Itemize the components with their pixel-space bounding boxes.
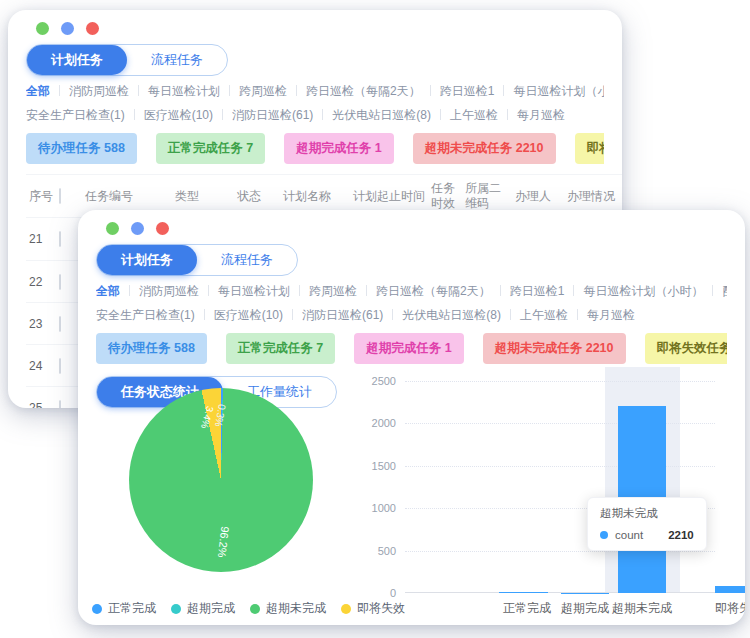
chart-tooltip: 超期未完成 count 2210 xyxy=(587,497,707,551)
series-dot-icon xyxy=(600,531,608,539)
app-canvas: 计划任务 流程任务 全部 消防周巡检 每日巡检计划 跨周巡检 跨日巡检（每隔2天… xyxy=(0,0,750,638)
col-result: 办理情况 xyxy=(564,183,622,210)
filter-item[interactable]: 医疗巡检(10) xyxy=(195,307,283,324)
tab-process-task[interactable]: 流程任务 xyxy=(197,245,297,275)
gridline xyxy=(405,466,715,467)
col-type: 类型 xyxy=(172,183,234,210)
badge-completed[interactable]: 正常完成任务 7 xyxy=(226,333,335,364)
select-all-checkbox[interactable] xyxy=(59,188,61,204)
row-seq: 25 xyxy=(26,395,56,409)
legend-item[interactable]: 即将失效 xyxy=(341,600,405,617)
filter-item[interactable]: 跨日巡检（每隔2天） xyxy=(357,283,491,300)
filter-item[interactable]: 消防日巡检(61) xyxy=(283,307,383,324)
filter-item[interactable]: 上午巡检 xyxy=(431,107,498,124)
row-checkbox[interactable] xyxy=(59,358,61,374)
badge-pending[interactable]: 待办理任务 588 xyxy=(96,333,207,364)
col-seq: 序号 xyxy=(26,183,56,210)
legend-dot-icon xyxy=(92,604,102,614)
chart-legend: 正常完成 超期完成 超期未完成 即将失效 xyxy=(92,600,405,617)
row-checkbox[interactable] xyxy=(59,274,61,290)
gridline xyxy=(405,423,715,424)
y-tick: 500 xyxy=(378,545,396,557)
legend-item[interactable]: 正常完成 xyxy=(92,600,156,617)
gridline xyxy=(405,381,715,382)
row-seq: 21 xyxy=(26,226,56,252)
maximize-dot-icon[interactable] xyxy=(61,22,74,35)
tooltip-series: count xyxy=(615,529,643,541)
col-status: 状态 xyxy=(234,183,280,210)
y-tick: 2500 xyxy=(372,375,396,387)
task-type-tabs: 计划任务 流程任务 xyxy=(26,44,228,76)
filter-item[interactable]: 每日巡检计划（小时） xyxy=(494,83,604,100)
task-type-tabs: 计划任务 流程任务 xyxy=(96,244,298,276)
y-tick: 0 xyxy=(390,587,396,599)
badge-overdue-completed[interactable]: 超期完成任务 1 xyxy=(284,133,393,164)
y-tick: 2000 xyxy=(372,417,396,429)
minimize-dot-icon[interactable] xyxy=(36,22,49,35)
filter-item[interactable]: 光伏电站日巡检(8) xyxy=(383,307,501,324)
row-checkbox[interactable] xyxy=(59,316,61,332)
filter-item[interactable]: 跨日巡检（每隔2天） xyxy=(287,83,421,100)
filter-item[interactable]: 配电箱巡 xyxy=(703,283,727,300)
filter-item[interactable]: 上午巡检 xyxy=(501,307,568,324)
filter-item[interactable]: 消防周巡检 xyxy=(50,83,129,100)
window-controls xyxy=(106,222,727,235)
row-checkbox[interactable] xyxy=(59,400,61,409)
filter-all[interactable]: 全部 xyxy=(96,283,120,300)
filter-item[interactable]: 每日巡检计划 xyxy=(129,83,220,100)
maximize-dot-icon[interactable] xyxy=(131,222,144,235)
status-badges: 待办理任务 588 正常完成任务 7 超期完成任务 1 超期未完成任务 2210… xyxy=(96,333,727,364)
status-badges: 待办理任务 588 正常完成任务 7 超期完成任务 1 超期未完成任务 2210… xyxy=(26,133,604,164)
legend-item[interactable]: 超期完成 xyxy=(171,600,235,617)
col-plan-name: 计划名称 xyxy=(280,183,350,210)
window-controls xyxy=(36,22,604,35)
filter-item[interactable]: 安全生产日检查(1) xyxy=(26,107,125,124)
legend-dot-icon xyxy=(171,604,181,614)
tooltip-value: 2210 xyxy=(668,529,694,541)
bar-expiring[interactable] xyxy=(715,586,745,593)
col-time-range: 计划起止时间 xyxy=(350,183,428,210)
badge-expiring[interactable]: 即将失效任务 79 xyxy=(645,333,728,364)
filter-item[interactable]: 光伏电站日巡检(8) xyxy=(313,107,431,124)
close-dot-icon[interactable] xyxy=(86,22,99,35)
filter-item[interactable]: 安全生产日检查(1) xyxy=(96,307,195,324)
badge-overdue-completed[interactable]: 超期完成任务 1 xyxy=(354,333,463,364)
legend-label: 正常完成 xyxy=(108,600,156,617)
filter-row-2: 安全生产日检查(1) 医疗巡检(10) 消防日巡检(61) 光伏电站日巡检(8)… xyxy=(26,107,604,124)
row-seq: 22 xyxy=(26,269,56,295)
filter-item[interactable]: 消防日巡检(61) xyxy=(213,107,313,124)
filter-item[interactable]: 跨日巡检1 xyxy=(421,83,495,100)
legend-label: 即将失效 xyxy=(357,600,405,617)
tab-plan-task[interactable]: 计划任务 xyxy=(97,245,197,275)
col-handler: 办理人 xyxy=(512,183,564,210)
close-dot-icon[interactable] xyxy=(156,222,169,235)
badge-overdue-incomplete[interactable]: 超期未完成任务 2210 xyxy=(483,333,626,364)
filter-item[interactable]: 跨周巡检 xyxy=(290,283,357,300)
minimize-dot-icon[interactable] xyxy=(106,222,119,235)
front-window: 计划任务 流程任务 全部 消防周巡检 每日巡检计划 跨周巡检 跨日巡检（每隔2天… xyxy=(78,210,745,625)
badge-expiring[interactable]: 即将失效任务 79 xyxy=(575,133,605,164)
col-select xyxy=(56,183,82,210)
tab-process-task[interactable]: 流程任务 xyxy=(127,45,227,75)
filter-item[interactable]: 跨日巡检1 xyxy=(491,283,565,300)
badge-pending[interactable]: 待办理任务 588 xyxy=(26,133,137,164)
filter-item[interactable]: 消防周巡检 xyxy=(120,283,199,300)
legend-dot-icon xyxy=(250,604,260,614)
bar-completed[interactable] xyxy=(499,592,548,593)
filter-row-1: 全部 消防周巡检 每日巡检计划 跨周巡检 跨日巡检（每隔2天） 跨日巡检1 每日… xyxy=(26,83,604,100)
badge-completed[interactable]: 正常完成任务 7 xyxy=(156,133,265,164)
y-tick: 1500 xyxy=(372,460,396,472)
row-checkbox[interactable] xyxy=(59,231,61,247)
tab-plan-task[interactable]: 计划任务 xyxy=(27,45,127,75)
legend-item[interactable]: 超期未完成 xyxy=(250,600,326,617)
filter-item[interactable]: 每日巡检计划 xyxy=(199,283,290,300)
badge-overdue-incomplete[interactable]: 超期未完成任务 2210 xyxy=(413,133,556,164)
filter-item[interactable]: 跨周巡检 xyxy=(220,83,287,100)
filter-item[interactable]: 每月巡检 xyxy=(568,307,635,324)
filter-item[interactable]: 每月巡检 xyxy=(498,107,565,124)
filter-item[interactable]: 医疗巡检(10) xyxy=(125,107,213,124)
filter-item[interactable]: 每日巡检计划（小时） xyxy=(564,283,703,300)
col-task-code: 任务编号 xyxy=(82,183,172,210)
row-seq: 23 xyxy=(26,311,56,337)
filter-all[interactable]: 全部 xyxy=(26,83,50,100)
